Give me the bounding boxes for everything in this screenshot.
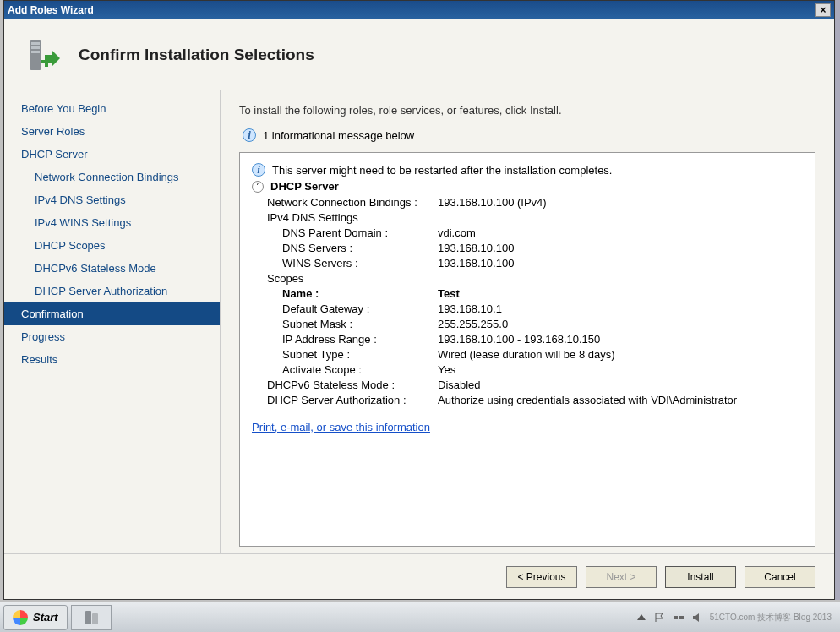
ip-range-label: IP Address Range : <box>252 333 438 346</box>
dns-parent-label: DNS Parent Domain : <box>252 226 438 239</box>
svg-rect-6 <box>85 611 91 624</box>
svg-rect-1 <box>31 42 40 45</box>
instruction-text: To install the following roles, role ser… <box>239 104 815 117</box>
dhcpv6-value: Disabled <box>438 379 803 391</box>
system-tray: 51CTO.com 技术博客 Blog 2013 <box>635 612 837 624</box>
wins-servers-label: WINS Servers : <box>252 257 438 270</box>
sidebar-item-ipv4-dns-settings[interactable]: IPv4 DNS Settings <box>4 188 220 211</box>
wins-servers-value: 193.168.10.100 <box>438 257 803 270</box>
sidebar-item-before-you-begin[interactable]: Before You Begin <box>4 97 220 120</box>
sidebar-item-dhcp-server[interactable]: DHCP Server <box>4 143 220 166</box>
start-label: Start <box>33 611 58 624</box>
scope-name-label: Name : <box>252 287 438 300</box>
authorization-value: Authorize using credentials associated w… <box>438 394 803 406</box>
next-button: Next > <box>586 566 657 588</box>
info-icon: i <box>243 128 256 142</box>
wizard-header: Confirm Installation Selections <box>4 19 834 90</box>
flag-icon[interactable] <box>654 612 666 624</box>
scopes-header: Scopes <box>252 272 438 285</box>
dns-parent-value: vdi.com <box>438 226 803 239</box>
titlebar[interactable]: Add Roles Wizard × <box>4 1 834 19</box>
confirmation-detail-box: i This server might need to be restarted… <box>239 152 815 547</box>
server-role-icon <box>25 35 65 75</box>
right-window-edge <box>835 0 840 600</box>
sidebar-item-dhcpv6-stateless-mode[interactable]: DHCPv6 Stateless Mode <box>4 257 220 280</box>
watermark-text: 51CTO.com 技术博客 Blog 2013 <box>710 612 832 624</box>
activate-scope-value: Yes <box>438 363 803 376</box>
info-icon: i <box>252 163 265 177</box>
wizard-sidebar: Before You Begin Server Roles DHCP Serve… <box>4 90 221 553</box>
ncb-value: 193.168.10.100 (IPv4) <box>438 196 803 209</box>
svg-rect-7 <box>92 613 98 624</box>
sidebar-item-dhcp-scopes[interactable]: DHCP Scopes <box>4 234 220 257</box>
subnet-type-label: Subnet Type : <box>252 348 438 361</box>
activate-scope-label: Activate Scope : <box>252 363 438 376</box>
volume-icon[interactable] <box>691 612 703 624</box>
scope-name-value: Test <box>438 287 803 300</box>
svg-rect-2 <box>31 46 40 49</box>
subnet-mask-label: Subnet Mask : <box>252 318 438 330</box>
taskbar: Start 51CTO.com 技术博客 Blog 2013 <box>0 602 840 632</box>
authorization-label: DHCP Server Authorization : <box>252 394 438 406</box>
svg-rect-3 <box>31 51 40 53</box>
tray-up-arrow-icon[interactable] <box>635 612 647 624</box>
window-title: Add Roles Wizard <box>8 4 815 16</box>
sidebar-item-ipv4-wins-settings[interactable]: IPv4 WINS Settings <box>4 211 220 234</box>
sidebar-item-confirmation[interactable]: Confirmation <box>4 302 220 325</box>
wizard-main: To install the following roles, role ser… <box>221 90 834 553</box>
svg-rect-8 <box>674 616 678 619</box>
taskbar-app-server-manager[interactable] <box>71 605 112 630</box>
svg-rect-9 <box>679 616 684 619</box>
dhcp-section-header: ˄ DHCP Server <box>252 180 803 193</box>
wizard-body: Before You Begin Server Roles DHCP Serve… <box>4 90 834 553</box>
subnet-type-value: Wired (lease duration will be 8 days) <box>438 348 803 361</box>
ipv4dns-header: IPv4 DNS Settings <box>252 211 438 224</box>
cancel-button[interactable]: Cancel <box>745 566 815 588</box>
dns-servers-value: 193.168.10.100 <box>438 242 803 254</box>
windows-logo-icon <box>13 610 28 625</box>
close-icon[interactable]: × <box>815 3 831 17</box>
section-title: DHCP Server <box>270 180 339 193</box>
info-message-row: i 1 informational message below <box>243 128 815 142</box>
print-email-save-link[interactable]: Print, e-mail, or save this information <box>252 421 430 433</box>
ip-range-value: 193.168.10.100 - 193.168.10.150 <box>438 333 803 346</box>
info-message-text: 1 informational message below <box>263 129 414 142</box>
network-icon[interactable] <box>673 612 685 624</box>
sidebar-item-server-roles[interactable]: Server Roles <box>4 120 220 143</box>
sidebar-item-results[interactable]: Results <box>4 348 220 371</box>
restart-note-row: i This server might need to be restarted… <box>252 163 803 177</box>
wizard-window: Add Roles Wizard × Confirm Installation … <box>3 0 835 600</box>
collapse-icon[interactable]: ˄ <box>252 181 264 193</box>
sidebar-item-dhcp-server-authorization[interactable]: DHCP Server Authorization <box>4 280 220 302</box>
ncb-label: Network Connection Bindings : <box>252 196 438 209</box>
start-button[interactable]: Start <box>3 605 68 630</box>
dhcpv6-label: DHCPv6 Stateless Mode : <box>252 379 438 391</box>
wizard-footer: < Previous Next > Install Cancel <box>4 553 834 599</box>
sidebar-item-network-connection-bindings[interactable]: Network Connection Bindings <box>4 166 220 188</box>
subnet-mask-value: 255.255.255.0 <box>438 318 803 330</box>
dns-servers-label: DNS Servers : <box>252 242 438 254</box>
restart-note-text: This server might need to be restarted a… <box>272 164 612 177</box>
page-title: Confirm Installation Selections <box>79 46 314 64</box>
sidebar-item-progress[interactable]: Progress <box>4 325 220 348</box>
svg-rect-5 <box>41 60 52 63</box>
gateway-value: 193.168.10.1 <box>438 302 803 315</box>
install-button[interactable]: Install <box>665 566 736 588</box>
previous-button[interactable]: < Previous <box>506 566 577 588</box>
gateway-label: Default Gateway : <box>252 302 438 315</box>
